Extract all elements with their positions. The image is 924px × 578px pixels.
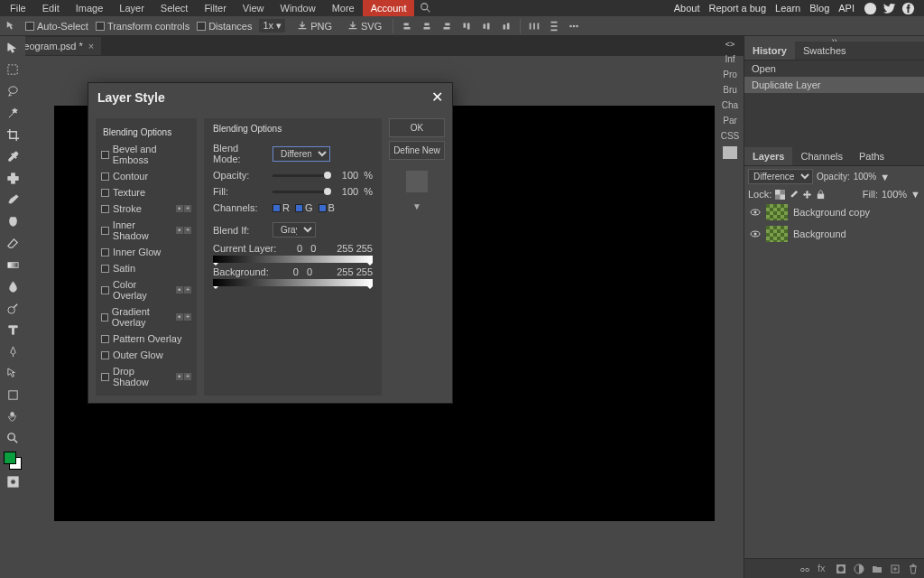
link-report[interactable]: Report a bug [708, 3, 766, 14]
align-center-h-icon[interactable] [420, 20, 433, 33]
distribute-h-icon[interactable] [528, 20, 541, 33]
export-svg-button[interactable]: SVG [343, 19, 385, 33]
align-left-icon[interactable] [401, 20, 413, 33]
quickmask-tool[interactable] [3, 471, 23, 491]
opacity-slider[interactable] [273, 174, 331, 177]
transform-check[interactable]: Transform controls [96, 21, 189, 32]
zoom-tool[interactable] [3, 428, 23, 448]
chevron-down-icon[interactable]: ▼ [412, 201, 421, 211]
align-bottom-icon[interactable] [500, 20, 513, 33]
auto-select-check[interactable]: Auto-Select [25, 21, 88, 32]
tab-brush[interactable]: Bru [723, 85, 737, 95]
effects-category[interactable]: Blending Options [96, 124, 197, 141]
menu-view[interactable]: View [235, 0, 273, 16]
fx-pattern-overlay[interactable]: Pattern Overlay [96, 331, 197, 347]
distances-check[interactable]: Distances [197, 21, 252, 32]
menu-layer[interactable]: Layer [111, 0, 152, 16]
fx-texture[interactable]: Texture [96, 184, 197, 200]
chevron-down-icon[interactable]: ▼ [880, 172, 890, 182]
layer-row[interactable]: Background [744, 223, 924, 245]
fx-contour[interactable]: Contour [96, 168, 197, 184]
lasso-tool[interactable] [3, 81, 23, 101]
visibility-icon[interactable] [750, 207, 761, 218]
chevron-down-icon[interactable]: ▼ [910, 189, 920, 200]
menu-file[interactable]: File [2, 0, 34, 16]
tab-layers[interactable]: Layers [744, 147, 792, 165]
image-icon[interactable] [723, 146, 737, 159]
fx-inner-glow[interactable]: Inner Glow [96, 244, 197, 260]
new-layer-icon[interactable] [890, 564, 901, 574]
path-tool[interactable] [3, 363, 23, 383]
tab-history[interactable]: History [744, 42, 795, 60]
fill-value[interactable]: 100 [337, 186, 358, 197]
wand-tool[interactable] [3, 103, 23, 123]
fx-gradient-overlay[interactable]: Gradient Overlay▪+ [96, 303, 197, 331]
lock-transparent-icon[interactable] [775, 190, 785, 200]
layer-row[interactable]: Background copy [744, 201, 924, 223]
select-tool[interactable] [3, 60, 23, 79]
tab-swatches[interactable]: Swatches [795, 42, 855, 60]
history-item[interactable]: Duplicate Layer [744, 77, 924, 93]
shape-tool[interactable] [3, 385, 23, 405]
lock-all-icon[interactable] [816, 190, 826, 200]
blur-tool[interactable] [3, 276, 23, 296]
mask-icon[interactable] [836, 564, 846, 574]
fill-slider[interactable] [273, 191, 331, 193]
search-icon[interactable] [420, 2, 432, 14]
fx-stroke[interactable]: Stroke▪+ [96, 200, 197, 217]
visibility-icon[interactable] [750, 228, 761, 239]
tab-properties[interactable]: Pro [723, 70, 737, 79]
fx-bevel[interactable]: Bevel and Emboss [96, 141, 197, 168]
tab-paths[interactable]: Paths [851, 147, 892, 165]
tab-css[interactable]: CSS [721, 131, 740, 141]
link-learn[interactable]: Learn [775, 3, 800, 14]
brush-tool[interactable] [3, 190, 23, 210]
fx-outer-glow[interactable]: Outer Glow [96, 347, 197, 363]
link-blog[interactable]: Blog [809, 3, 829, 14]
move-tool[interactable] [3, 38, 23, 58]
define-new-button[interactable]: Define New [389, 141, 445, 160]
crop-tool[interactable] [3, 125, 23, 144]
blend-mode-select[interactable]: Difference [273, 146, 330, 162]
clone-tool[interactable] [3, 211, 23, 231]
fx-color-overlay[interactable]: Color Overlay▪+ [96, 276, 197, 303]
fill-value[interactable]: 100% [882, 189, 907, 200]
lock-brush-icon[interactable] [789, 190, 799, 200]
channel-b-check[interactable]: B [319, 202, 335, 213]
hand-tool[interactable] [3, 406, 23, 426]
link-about[interactable]: About [674, 3, 700, 14]
channel-g-check[interactable]: G [295, 202, 313, 213]
blend-mode-select[interactable]: Difference [748, 169, 813, 184]
menu-image[interactable]: Image [68, 0, 112, 16]
inspector-handle-icon[interactable]: <> [725, 40, 735, 49]
fx-icon[interactable]: fx [818, 564, 828, 574]
menu-edit[interactable]: Edit [34, 0, 68, 16]
tab-character[interactable]: Cha [722, 100, 738, 110]
facebook-icon[interactable] [901, 2, 915, 15]
opacity-value[interactable]: 100% [854, 172, 877, 182]
channel-r-check[interactable]: R [273, 202, 290, 213]
menu-filter[interactable]: Filter [196, 0, 234, 16]
menu-more[interactable]: More [324, 0, 363, 16]
adjustment-icon[interactable] [854, 564, 864, 574]
folder-icon[interactable] [872, 564, 882, 574]
dodge-tool[interactable] [3, 298, 23, 318]
twitter-icon[interactable] [882, 2, 896, 15]
fx-inner-shadow[interactable]: Inner Shadow▪+ [96, 217, 197, 244]
pen-tool[interactable] [3, 341, 23, 361]
gradient-tool[interactable] [3, 255, 23, 275]
more-align-icon[interactable] [568, 20, 580, 33]
tab-paragraph[interactable]: Par [723, 116, 737, 126]
distribute-v-icon[interactable] [548, 20, 560, 33]
trash-icon[interactable] [908, 564, 919, 574]
export-png-button[interactable]: PNG [292, 19, 336, 33]
link-icon[interactable] [799, 564, 810, 574]
menu-select[interactable]: Select [152, 0, 197, 16]
align-top-icon[interactable] [460, 20, 473, 33]
ok-button[interactable]: OK [389, 118, 445, 137]
menu-window[interactable]: Window [273, 0, 324, 16]
menu-account[interactable]: Account [363, 0, 415, 16]
reddit-icon[interactable] [864, 2, 877, 15]
align-right-icon[interactable] [440, 20, 453, 33]
opacity-value[interactable]: 100 [337, 170, 358, 181]
